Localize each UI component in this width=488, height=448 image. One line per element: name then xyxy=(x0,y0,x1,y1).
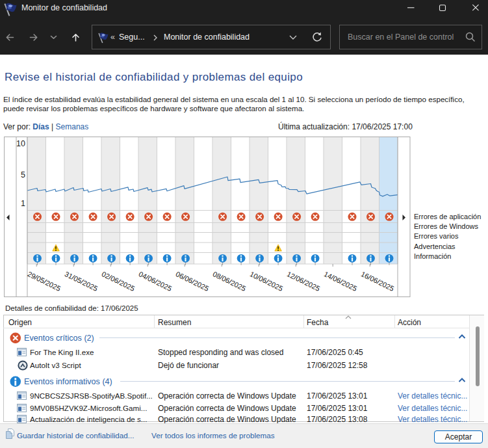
svg-text:1: 1 xyxy=(21,199,25,208)
svg-text:10: 10 xyxy=(16,139,25,148)
svg-text:5: 5 xyxy=(21,170,25,179)
